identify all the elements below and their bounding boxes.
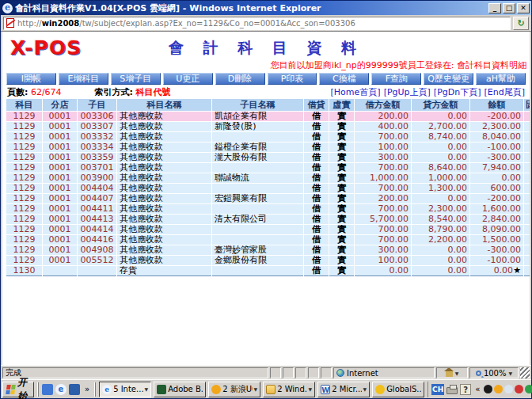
table-row[interactable]: 11290001003332其他應收款借實700.008,740.008,040… (6, 132, 532, 142)
table-row[interactable]: 11290001004407其他應收款宏鎧興業有限借實200.000.00-20… (6, 194, 532, 204)
folder-icon (266, 385, 276, 394)
go-button[interactable]: ↻ (513, 17, 529, 30)
table-row[interactable]: 11290001003306其他應收款凱頡企業有限借實200.000.00-20… (6, 112, 532, 122)
table-row[interactable]: 11290001005512其他應收款金鄉股份有限借實100.000.00-10… (6, 256, 532, 266)
qq-red-icon[interactable] (515, 385, 523, 393)
toolbar-button[interactable]: Q歷史變更 (424, 73, 473, 85)
table-cell: 1,300.00 (412, 184, 470, 194)
table-cell: 實 (329, 112, 355, 122)
tray-chevron-icon[interactable]: « (473, 385, 481, 393)
system-tray: CH ? « 12:02 (428, 382, 532, 397)
toolbar-button[interactable]: P印表 (268, 73, 317, 85)
toolbar-button[interactable]: D刪除 (215, 73, 265, 85)
browser-window: e 會計科目資料作業V1.04[X-POS 雲端網] - Windows Int… (0, 0, 532, 399)
table-cell: 借 (304, 256, 329, 266)
table-cell: 0001 (43, 112, 78, 122)
help-icon[interactable]: ? (460, 384, 471, 395)
table-row[interactable]: 11290001004413其他應收款清太有限公司借實5,700.008,540… (6, 215, 532, 225)
table-row[interactable]: 11290001004411其他應收款借實700.002,300.001,600… (6, 204, 532, 215)
table-cell: 存貨 (117, 266, 212, 276)
table-row[interactable]: 1130存貨借實0.000.000.00★ (6, 266, 532, 276)
task-label: 2 Wind... (277, 385, 306, 393)
table-cell: -200.00 (470, 194, 524, 204)
table-cell (212, 266, 304, 276)
table-cell: 0001 (43, 142, 78, 153)
page-nav-link[interactable]: [End尾頁] (484, 86, 526, 98)
table-row[interactable]: 11290001003900其他應收款聯誠物流借實1,000.001,000.0… (6, 173, 532, 184)
toolbar-button[interactable]: E增科目 (59, 73, 108, 85)
task-label: GlobalS... (386, 385, 421, 393)
toolbar-button[interactable]: F查詢 (371, 73, 421, 85)
taskbar-task-button[interactable]: Adobe B... (154, 382, 206, 397)
table-cell: 實 (329, 194, 355, 204)
table-cell: 借 (304, 225, 329, 235)
table-cell: 8,640.00 (412, 163, 470, 173)
table-cell: 004413 (78, 215, 117, 225)
qq-penguin-icon[interactable] (484, 385, 492, 393)
taskbar-task-button[interactable]: e5 Inte...▼ (99, 382, 151, 397)
toolbar-button[interactable]: C換檔 (319, 73, 369, 85)
table-cell: 0.00 (470, 173, 524, 184)
table-row[interactable]: 11290001003334其他應收款鎰橙企業有限借實100.000.00-10… (6, 142, 532, 153)
ie-icon[interactable]: e (55, 384, 66, 395)
bridge-icon[interactable] (69, 384, 80, 395)
table-row[interactable]: 11290001004404其他應收款借實700.001,300.00600.0… (6, 184, 532, 194)
table-row[interactable]: 11290001004416其他應收款借實700.002,200.001,500… (6, 235, 532, 245)
taskbar-task-button[interactable]: GlobalS... (372, 382, 424, 397)
shield-icon[interactable] (525, 385, 532, 393)
page-info-bar: 頁數: 62/674 索引方式: 科目代號 [Home首頁][PgUp上頁][P… (2, 86, 530, 98)
notepad-icon[interactable] (504, 385, 513, 393)
table-row[interactable]: 11290001003307其他應收款新隆發(股)借實400.002,700.0… (6, 122, 532, 132)
table-cell: 實 (329, 256, 355, 266)
taskbar-task-button[interactable]: W2 Micr...▼ (317, 382, 370, 397)
quick-launch-overflow[interactable]: » (83, 385, 91, 393)
taskbar-task-button[interactable]: 2 Wind...▼ (263, 382, 315, 397)
table-cell: 其他應收款 (117, 184, 212, 194)
close-button[interactable]: ✕ (517, 3, 530, 13)
resize-grip[interactable] (520, 367, 530, 378)
printer-icon[interactable] (446, 387, 458, 394)
table-row[interactable]: 11290001004414其他應收款借實700.008,790.008,090… (6, 225, 532, 235)
table-cell: 700.00 (355, 235, 412, 245)
table-cell: 1129 (6, 256, 43, 266)
protected-mode-icon (446, 370, 453, 377)
table-row[interactable]: 11290001003359其他應收款瀧大股份有限借實300.000.00-30… (6, 153, 532, 163)
table-cell: 1129 (6, 173, 43, 184)
table-cell: 1129 (6, 225, 43, 235)
table-cell: 借 (304, 235, 329, 245)
table-row[interactable]: 11290001004908其他應收款臺灣妙管家股借實300.000.00-30… (6, 245, 532, 256)
language-indicator[interactable]: CH (431, 384, 444, 395)
table-cell: 0.00 (412, 256, 470, 266)
task-label: 5 Inte... (113, 385, 142, 393)
table-cell: 實 (329, 142, 355, 153)
table-cell: 004908 (78, 245, 117, 256)
maximize-button[interactable]: □ (503, 3, 515, 13)
table-cell: 其他應收款 (117, 122, 212, 132)
chevron-down-icon: ▼ (254, 386, 258, 392)
page-nav-link[interactable]: [PgUp上頁] (384, 86, 431, 98)
table-cell: 實 (329, 215, 355, 225)
start-button[interactable]: 开始 (2, 382, 34, 397)
protected-mode-segment[interactable]: ▼ (436, 367, 468, 378)
toolbar-button[interactable]: I開帳 (6, 73, 56, 85)
page-nav-link[interactable]: [Home首頁] (331, 86, 381, 98)
accounts-table: 科目分店子目科目名稱子目名稱借貸虛實借方金額貸方金額餘額固 1129000100… (6, 98, 531, 276)
toolbar-button[interactable]: U更正 (163, 73, 213, 85)
url-input[interactable]: http://win2008/tw/subject/explan.asp?Ex_… (3, 17, 511, 30)
messenger-icon[interactable] (42, 384, 53, 395)
table-cell: 借 (304, 245, 329, 256)
table-cell: 8,540.00 (412, 215, 470, 225)
uc-user-icon[interactable] (494, 385, 503, 393)
zoom-control[interactable]: 100% ▼ (469, 367, 519, 378)
table-cell: 實 (329, 173, 355, 184)
toolbar-button[interactable]: aH幫助 (476, 73, 526, 85)
page-nav-link[interactable]: [PgDn下頁] (434, 86, 481, 98)
status-bar: 完成 Internet ▼ 100% ▼ (1, 365, 531, 379)
table-cell: -300.00 (470, 245, 524, 256)
minimize-button[interactable]: _ (488, 3, 501, 13)
table-cell (524, 204, 532, 215)
table-row[interactable]: 11290001003701其他應收款借實700.008,640.007,940… (6, 163, 532, 173)
table-cell: 實 (329, 132, 355, 142)
toolbar-button[interactable]: S增子目 (111, 73, 161, 85)
taskbar-task-button[interactable]: 2 新浪UC▼ (208, 382, 260, 397)
